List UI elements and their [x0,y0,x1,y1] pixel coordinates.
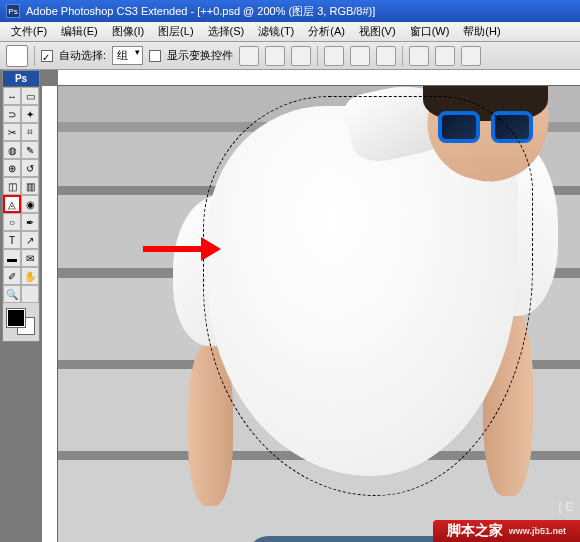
document-canvas[interactable]: | E ⟳ |▮ 脚本之家 www.jb51.net [58,86,580,542]
tool-extra[interactable] [21,285,39,303]
watermark-right: | E [558,499,574,514]
hand-tool[interactable]: ✋ [21,267,39,285]
gradient-tool[interactable]: ▥ [21,177,39,195]
color-swatch[interactable] [5,307,37,337]
window-title: Adobe Photoshop CS3 Extended - [++0.psd … [26,4,375,19]
child-figure [178,86,578,542]
path-tool[interactable]: ↗ [21,231,39,249]
show-transform-checkbox[interactable] [149,50,161,62]
lens-left [438,111,480,143]
blur-tool[interactable]: ◉ [21,195,39,213]
marquee-tool[interactable]: ▭ [21,87,39,105]
history-brush-tool[interactable]: ↺ [21,159,39,177]
slice-tool[interactable]: ⌗ [21,123,39,141]
align-button-2[interactable] [265,46,285,66]
notes-tool[interactable]: ✉ [21,249,39,267]
workspace: Ps ↔ ▭ ⊃ ✦ ✂ ⌗ ◍ ✎ ⊕ ↺ ◫ ▥ ◬ ◉ ○ ✒ T ↗ ▬… [0,70,580,542]
options-bar: 自动选择: 组 显示变换控件 [0,42,580,70]
menu-help[interactable]: 帮助(H) [456,22,507,41]
separator [317,46,318,66]
menu-analysis[interactable]: 分析(A) [301,22,352,41]
title-bar: Ps Adobe Photoshop CS3 Extended - [++0.p… [0,0,580,22]
separator [34,46,35,66]
photo-content [58,86,580,542]
toolbox: Ps ↔ ▭ ⊃ ✦ ✂ ⌗ ◍ ✎ ⊕ ↺ ◫ ▥ ◬ ◉ ○ ✒ T ↗ ▬… [2,70,40,342]
horizontal-ruler [58,70,580,86]
eraser-tool[interactable]: ◫ [3,177,21,195]
auto-select-checkbox[interactable] [41,50,53,62]
shape-tool[interactable]: ▬ [3,249,21,267]
vertical-ruler [42,86,58,542]
healing-brush-tool[interactable]: ◍ [3,141,21,159]
align-button-1[interactable] [239,46,259,66]
menu-window[interactable]: 窗口(W) [403,22,457,41]
menu-image[interactable]: 图像(I) [105,22,151,41]
badge-main: 脚本之家 [447,522,503,540]
current-tool-icon[interactable] [6,45,28,67]
move-tool[interactable]: ↔ [3,87,21,105]
menu-file[interactable]: 文件(F) [4,22,54,41]
align-button-3[interactable] [291,46,311,66]
sunglasses [438,111,533,146]
auto-select-label: 自动选择: [59,48,106,63]
type-tool[interactable]: T [3,231,21,249]
paint-bucket-tool[interactable]: ◬ [3,195,21,213]
menu-bar: 文件(F) 编辑(E) 图像(I) 图层(L) 选择(S) 滤镜(T) 分析(A… [0,22,580,42]
brush-tool[interactable]: ✎ [21,141,39,159]
site-badge: 脚本之家 www.jb51.net [433,520,580,542]
toolbox-header[interactable]: Ps [3,71,39,87]
arrange-button-1[interactable] [409,46,429,66]
lens-right [491,111,533,143]
zoom-tool[interactable]: 🔍 [3,285,21,303]
distribute-button-1[interactable] [324,46,344,66]
app-icon: Ps [6,4,20,18]
foreground-color[interactable] [7,309,25,327]
pen-tool[interactable]: ✒ [21,213,39,231]
distribute-button-3[interactable] [376,46,396,66]
auto-select-dropdown[interactable]: 组 [112,46,143,65]
lasso-tool[interactable]: ⊃ [3,105,21,123]
magic-wand-tool[interactable]: ✦ [21,105,39,123]
separator [402,46,403,66]
menu-filter[interactable]: 滤镜(T) [251,22,301,41]
menu-view[interactable]: 视图(V) [352,22,403,41]
arrange-button-3[interactable] [461,46,481,66]
arrange-button-2[interactable] [435,46,455,66]
badge-sub: www.jb51.net [509,526,566,536]
crop-tool[interactable]: ✂ [3,123,21,141]
eyedropper-tool[interactable]: ✐ [3,267,21,285]
distribute-button-2[interactable] [350,46,370,66]
show-transform-label: 显示变换控件 [167,48,233,63]
menu-layer[interactable]: 图层(L) [151,22,200,41]
dodge-tool[interactable]: ○ [3,213,21,231]
menu-select[interactable]: 选择(S) [201,22,252,41]
menu-edit[interactable]: 编辑(E) [54,22,105,41]
stamp-tool[interactable]: ⊕ [3,159,21,177]
